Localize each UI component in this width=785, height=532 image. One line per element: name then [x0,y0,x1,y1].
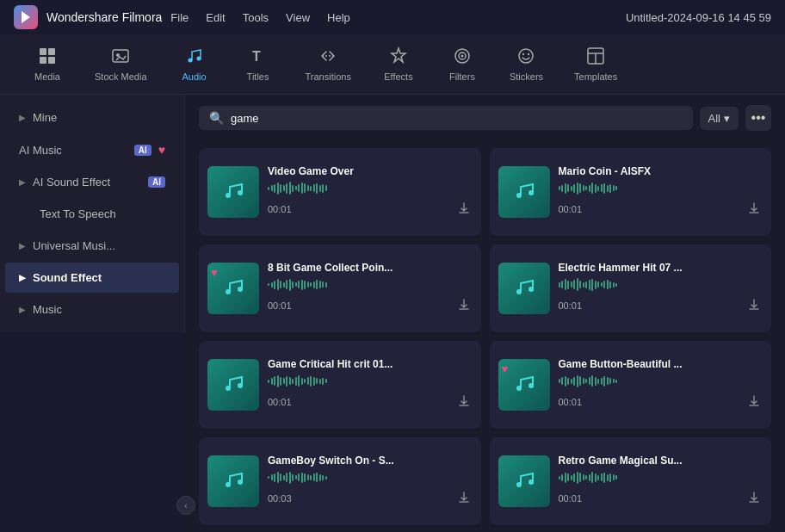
sidebar-item-ai-music[interactable]: AI Music AI ♥ [5,134,179,165]
sidebar-item-sound-effect[interactable]: ▶ Sound Effect [5,263,179,293]
audio-card-retro-game-magical[interactable]: Retro Game Magical Su... 00:01 [490,437,772,525]
sidebar-item-mine[interactable]: ▶ Mine [5,102,179,133]
svg-rect-4 [48,57,55,64]
svg-point-23 [516,193,522,198]
download-button-video-game-over[interactable] [455,200,473,220]
nav-stickers[interactable]: Stickers [496,40,557,89]
search-bar: 🔍 All ▾ ••• [185,95,785,141]
nav-titles[interactable]: T Titles [228,40,288,89]
heart-badge-8bit-game-collect: ♥ [211,266,218,279]
audio-waveform-mario-coin [559,181,763,196]
nav-media[interactable]: Media [17,40,77,89]
main-layout: ▶ Mine AI Music AI ♥ ▶ AI Sound Effect A… [0,95,785,532]
svg-rect-3 [40,57,46,64]
audio-info-electric-hammer: Electric Hammer Hit 07 ... 00:01 [559,262,763,316]
app-logo [14,5,38,29]
svg-rect-1 [40,48,46,55]
svg-point-29 [226,386,231,391]
download-button-gameboy-switch-on[interactable] [455,489,473,509]
sound-effect-arrow-icon: ▶ [19,273,26,282]
audio-info-game-critical-hit: Game Critical Hit crit 01... 00:01 [268,358,473,412]
sidebar-item-ai-sound-effect[interactable]: ▶ AI Sound Effect AI [5,167,179,197]
audio-info-gameboy-switch-on: GameBoy Switch On - S... 00:03 [268,455,473,509]
menu-view[interactable]: View [286,11,310,24]
download-button-game-button-beautiful[interactable] [745,393,763,412]
sidebar: ▶ Mine AI Music AI ♥ ▶ AI Sound Effect A… [0,95,185,332]
audio-card-game-button-beautiful[interactable]: ♥ Game Button-Beautiful ... 00:01 [490,341,772,429]
search-filter-dropdown[interactable]: All ▾ [700,107,739,130]
audio-title-8bit-game-collect: 8 Bit Game Collect Poin... [268,262,473,274]
titlebar-left: Wondershare Filmora File Edit Tools View… [14,5,350,29]
audio-waveform-gameboy-switch-on [268,470,473,486]
sidebar-ai-sound-label: AI Sound Effect [33,176,141,189]
audio-title-gameboy-switch-on: GameBoy Switch On - S... [268,455,473,467]
audio-duration-retro-game-magical: 00:01 [559,493,583,504]
nav-effects[interactable]: Effects [368,40,429,89]
ai-music-heart-icon: ♥ [158,143,165,157]
audio-card-game-critical-hit[interactable]: Game Critical Hit crit 01... 00:01 [199,341,481,429]
svg-point-16 [522,53,524,55]
filter-label: All [708,112,720,125]
menu-edit[interactable]: Edit [206,11,225,24]
download-button-8bit-game-collect[interactable] [455,296,473,316]
audio-waveform-electric-hammer [559,277,763,293]
audio-title-mario-coin: Mario Coin - AISFX [559,165,763,177]
sidebar-item-text-to-speech[interactable]: Text To Speech [5,199,179,229]
svg-point-31 [516,386,522,391]
audio-card-gameboy-switch-on[interactable]: GameBoy Switch On - S... 00:03 [199,437,481,525]
ai-sound-badge: AI [148,176,165,188]
audio-meta-retro-game-magical: 00:01 [559,489,763,509]
audio-grid: Video Game Over 00:01 [185,141,785,532]
svg-point-25 [226,289,231,294]
sidebar-mine-label: Mine [33,111,165,124]
download-button-game-critical-hit[interactable] [455,393,473,412]
svg-point-21 [226,193,231,198]
audio-duration-8bit-game-collect: 00:01 [268,300,292,311]
audio-card-8bit-game-collect[interactable]: ♥ 8 Bit Game Collect Poin... 00:01 [199,244,481,332]
audio-note-icon-video-game-over [221,178,245,207]
nav-audio[interactable]: Audio [164,40,225,89]
audio-note-icon-gameboy-switch-on [221,467,245,496]
audio-note-icon-8bit-game-collect [221,275,245,303]
heart-badge-game-button-beautiful: ♥ [502,362,509,375]
audio-info-game-button-beautiful: Game Button-Beautiful ... 00:01 [559,358,763,412]
svg-point-26 [238,287,243,292]
nav-stock-media[interactable]: Stock Media [81,40,161,89]
download-button-retro-game-magical[interactable] [745,489,763,509]
svg-point-22 [238,190,243,195]
nav-stock-media-label: Stock Media [95,71,147,82]
search-input[interactable] [231,112,683,125]
audio-waveform-game-button-beautiful [559,374,763,389]
filters-icon [453,46,472,68]
svg-rect-5 [113,50,128,62]
audio-card-mario-coin[interactable]: Mario Coin - AISFX 00:01 [490,148,772,236]
nav-filters[interactable]: Filters [432,40,492,89]
audio-thumb-game-critical-hit [207,359,259,411]
audio-note-icon-electric-hammer [512,275,536,303]
nav-templates[interactable]: Templates [560,40,631,89]
media-icon [38,46,57,68]
menu-tools[interactable]: Tools [243,11,269,24]
audio-duration-game-critical-hit: 00:01 [268,397,292,407]
audio-waveform-8bit-game-collect [268,277,473,293]
templates-icon [586,46,605,68]
audio-meta-game-critical-hit: 00:01 [268,393,473,412]
download-button-mario-coin[interactable] [745,200,763,220]
filter-chevron-icon: ▾ [724,112,730,125]
download-button-electric-hammer[interactable] [745,296,763,316]
audio-card-electric-hammer[interactable]: Electric Hammer Hit 07 ... 00:01 [490,244,772,332]
more-options-button[interactable]: ••• [745,105,771,131]
nav-transitions-label: Transitions [306,71,351,82]
sidebar-item-universal-music[interactable]: ▶ Universal Musi... [5,231,179,261]
audio-meta-electric-hammer: 00:01 [559,296,763,316]
sidebar-item-music[interactable]: ▶ Music [5,294,179,325]
audio-duration-electric-hammer: 00:01 [559,300,583,311]
sidebar-collapse-button[interactable]: ‹ [176,496,195,515]
menu-file[interactable]: File [170,11,189,24]
menu-help[interactable]: Help [327,11,350,24]
titles-icon: T [249,46,268,68]
svg-marker-11 [392,48,405,62]
nav-transitions[interactable]: Transitions [292,40,365,89]
audio-card-video-game-over[interactable]: Video Game Over 00:01 [199,148,481,236]
audio-waveform-video-game-over [268,181,473,196]
